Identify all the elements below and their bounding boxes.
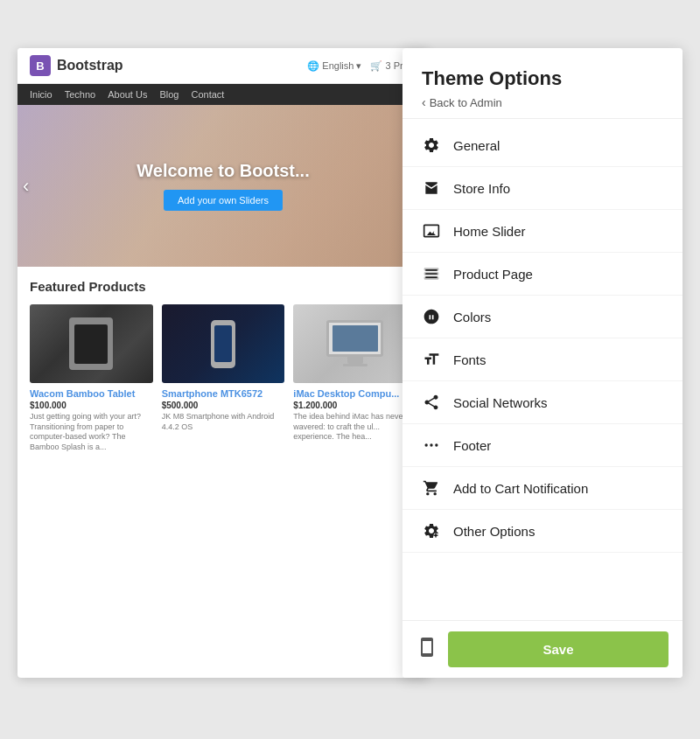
nav-item-contact[interactable]: Contact (191, 89, 224, 100)
back-label: Back to Admin (430, 96, 502, 109)
menu-item-home-slider[interactable]: Home Slider (402, 210, 682, 253)
bootstrap-logo-icon: B (30, 55, 51, 76)
product-price-tablet: $100.000 (30, 401, 153, 410)
menu-label-store-info: Store Info (453, 181, 510, 196)
website-preview: B Bootstrap 🌐 English ▾ 🛒 3 Pro... Inici… (18, 48, 429, 678)
menu-item-footer[interactable]: Footer (402, 424, 682, 467)
menu-item-store-info[interactable]: Store Info (402, 167, 682, 210)
product-name-tablet[interactable]: Wacom Bamboo Tablet (30, 388, 153, 399)
menu-item-general[interactable]: General (402, 124, 682, 167)
product-name-phone[interactable]: Smartphone MTK6572 (162, 388, 285, 399)
preview-logo: B Bootstrap (30, 55, 123, 76)
menu-label-social-networks: Social Networks (453, 395, 548, 410)
product-card-phone: Smartphone MTK6572 $500.000 JK M8 Smartp… (162, 304, 285, 453)
product-image-tablet (30, 304, 153, 383)
nav-item-blog[interactable]: Blog (159, 89, 178, 100)
hero-background (18, 105, 429, 267)
drop-icon (422, 307, 441, 326)
hero-title: Welcome to Bootst... (136, 161, 309, 181)
product-price-phone: $500.000 (162, 401, 285, 410)
imac-icon (325, 320, 386, 368)
menu-label-product-page: Product Page (453, 267, 533, 282)
back-to-admin-link[interactable]: ‹ Back to Admin (422, 95, 663, 109)
language-selector[interactable]: 🌐 English ▾ (307, 60, 361, 72)
menu-label-other-options: Other Options (453, 524, 535, 539)
nav-item-inicio[interactable]: Inicio (30, 89, 52, 100)
svg-rect-2 (424, 276, 439, 279)
product-image-phone (162, 304, 285, 383)
settings-title: Theme Options (422, 67, 663, 90)
preview-nav: Inicio Techno About Us Blog Contact (18, 84, 429, 105)
preview-topbar-right: 🌐 English ▾ 🛒 3 Pro... (307, 60, 416, 72)
svg-rect-0 (424, 268, 439, 270)
product-desc-tablet: Just getting going with your art? Transi… (30, 412, 153, 453)
product-image-imac (293, 304, 416, 383)
gear2-icon (422, 521, 441, 540)
mobile-preview-icon[interactable] (416, 637, 438, 663)
menu-item-colors[interactable]: Colors (402, 296, 682, 338)
menu-item-social-networks[interactable]: Social Networks (402, 381, 682, 424)
tablet-icon (69, 317, 113, 370)
menu-label-fonts: Fonts (453, 352, 486, 367)
menu-label-colors: Colors (453, 310, 491, 324)
settings-footer: Save (402, 620, 682, 678)
menu-label-home-slider: Home Slider (453, 224, 526, 239)
save-button[interactable]: Save (448, 631, 668, 667)
products-grid: Wacom Bamboo Tablet $100.000 Just gettin… (30, 304, 416, 453)
hero-prev-arrow[interactable]: ‹ (23, 175, 29, 198)
product-card-imac: iMac Desktop Compu... $1.200.000 The ide… (293, 304, 416, 453)
dots-icon (422, 436, 441, 455)
product-desc-phone: JK M8 Smartphone with Android 4.4.2 OS (162, 412, 285, 432)
server-icon (422, 264, 441, 283)
menu-label-add-to-cart: Add to Cart Notification (453, 481, 588, 496)
share-icon (422, 393, 441, 412)
font-icon (422, 350, 441, 369)
settings-menu: General Store Info Home Slider Product P… (402, 119, 682, 620)
menu-label-general: General (453, 138, 500, 153)
cart-icon (422, 478, 441, 498)
svg-point-3 (425, 443, 428, 446)
product-price-imac: $1.200.000 (293, 401, 416, 410)
settings-header: Theme Options ‹ Back to Admin (402, 48, 682, 119)
product-card-tablet: Wacom Bamboo Tablet $100.000 Just gettin… (30, 304, 153, 453)
phone-icon (211, 320, 235, 368)
store-icon (422, 178, 441, 198)
svg-point-4 (430, 443, 432, 446)
preview-logo-text: Bootstrap (57, 58, 123, 73)
nav-item-about[interactable]: About Us (108, 89, 147, 100)
menu-item-fonts[interactable]: Fonts (402, 338, 682, 381)
menu-item-other-options[interactable]: Other Options (402, 510, 682, 553)
product-desc-imac: The idea behind iMac has never wavered: … (293, 412, 416, 443)
nav-item-techno[interactable]: Techno (65, 89, 95, 100)
svg-rect-1 (424, 272, 439, 275)
preview-products: Featured Products Wacom Bamboo Tablet $1… (18, 267, 429, 465)
gear-icon (422, 136, 441, 155)
product-name-imac[interactable]: iMac Desktop Compu... (293, 388, 416, 399)
hero-slider-button[interactable]: Add your own Sliders (164, 190, 283, 211)
image-icon (422, 221, 441, 241)
menu-item-add-to-cart[interactable]: Add to Cart Notification (402, 467, 682, 510)
preview-hero: ‹ Welcome to Bootst... Add your own Slid… (18, 105, 429, 267)
products-section-title: Featured Products (30, 279, 416, 294)
preview-topbar: B Bootstrap 🌐 English ▾ 🛒 3 Pro... (18, 48, 429, 84)
svg-point-5 (435, 443, 438, 446)
back-chevron-icon: ‹ (422, 95, 426, 109)
menu-item-product-page[interactable]: Product Page (402, 253, 682, 296)
menu-label-footer: Footer (453, 438, 491, 453)
settings-panel: Theme Options ‹ Back to Admin General St… (402, 48, 682, 678)
